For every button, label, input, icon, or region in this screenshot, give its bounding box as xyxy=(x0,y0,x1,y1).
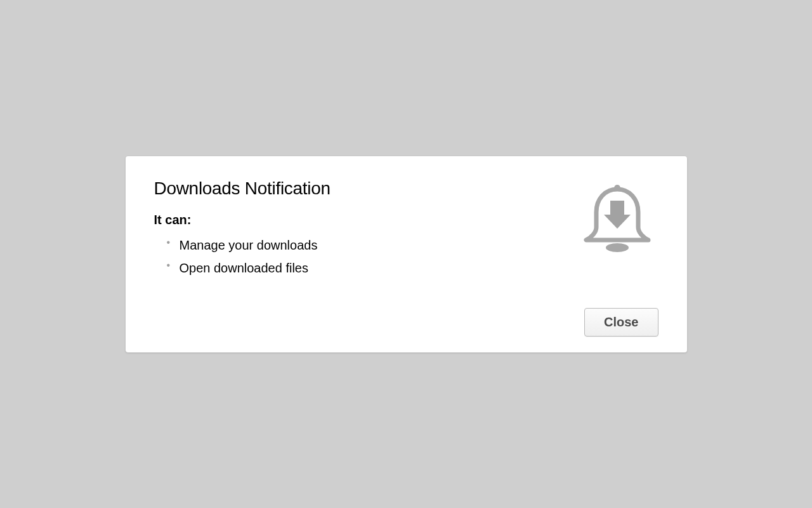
permission-item: Manage your downloads xyxy=(167,234,576,257)
svg-rect-1 xyxy=(610,201,624,215)
dialog-icon-section xyxy=(576,182,658,260)
permission-item: Open downloaded files xyxy=(167,257,576,279)
dialog-text-section: Downloads Notification It can: Manage yo… xyxy=(154,178,576,279)
permissions-dialog: Downloads Notification It can: Manage yo… xyxy=(126,156,687,352)
dialog-content: Downloads Notification It can: Manage yo… xyxy=(154,178,658,279)
dialog-title: Downloads Notification xyxy=(154,178,576,199)
bell-download-icon xyxy=(576,182,658,258)
svg-point-2 xyxy=(606,243,629,252)
close-button[interactable]: Close xyxy=(584,308,658,337)
permissions-list: Manage your downloads Open downloaded fi… xyxy=(154,234,576,279)
permissions-heading: It can: xyxy=(154,213,576,227)
dialog-button-row: Close xyxy=(154,308,658,337)
